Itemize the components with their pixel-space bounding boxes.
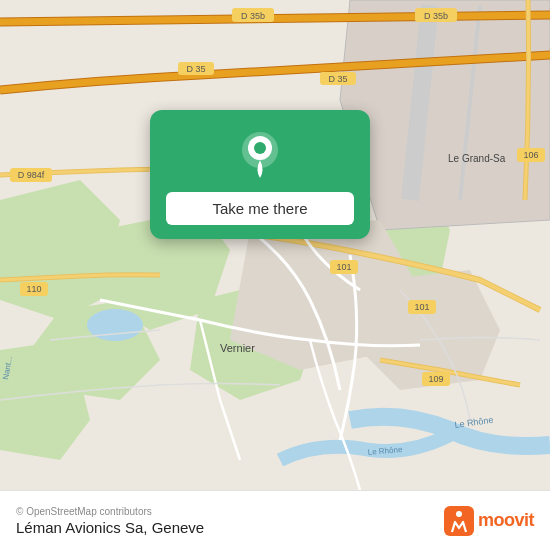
moovit-icon (444, 506, 474, 536)
svg-text:Le Grand-Sa: Le Grand-Sa (448, 153, 506, 164)
info-left: © OpenStreetMap contributors Léman Avion… (16, 506, 204, 536)
svg-text:D 35b: D 35b (424, 11, 448, 21)
svg-text:D 35: D 35 (328, 74, 347, 84)
take-me-there-button[interactable]: Take me there (166, 192, 354, 225)
info-bar: © OpenStreetMap contributors Léman Avion… (0, 490, 550, 550)
moovit-label: moovit (478, 510, 534, 531)
pin-icon (235, 128, 285, 178)
svg-point-42 (254, 142, 266, 154)
svg-text:101: 101 (414, 302, 429, 312)
location-name: Léman Avionics Sa, Geneve (16, 519, 204, 536)
svg-text:106: 106 (523, 150, 538, 160)
location-card: Take me there (150, 110, 370, 239)
svg-rect-43 (444, 506, 474, 536)
svg-marker-7 (340, 0, 550, 230)
moovit-logo: moovit (444, 506, 534, 536)
svg-text:D 35: D 35 (186, 64, 205, 74)
copyright-text: © OpenStreetMap contributors (16, 506, 204, 517)
svg-text:109: 109 (428, 374, 443, 384)
svg-text:Vernier: Vernier (220, 342, 255, 354)
svg-text:101: 101 (336, 262, 351, 272)
svg-text:D 984f: D 984f (18, 170, 45, 180)
map-container: D 35b D 35b D 35 D 35 106 D 984f 101 101… (0, 0, 550, 490)
svg-text:110: 110 (26, 284, 41, 294)
svg-point-44 (456, 511, 462, 517)
svg-text:D 35b: D 35b (241, 11, 265, 21)
